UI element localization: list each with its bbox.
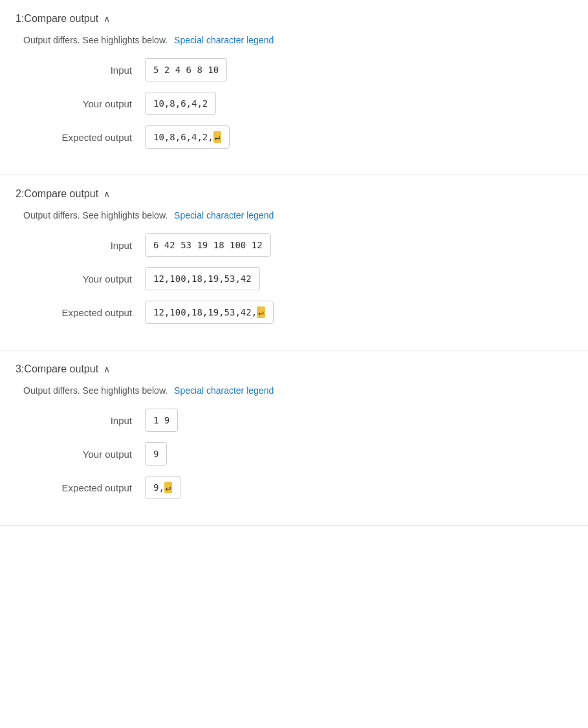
your-output-row-1: Your output 10,8,6,4,2 [16, 92, 572, 115]
special-char-legend-link-3[interactable]: Special character legend [174, 385, 274, 396]
diff-text-2: Output differs. See highlights below. [23, 210, 168, 220]
input-row-1: Input 5 2 4 6 8 10 [16, 58, 572, 81]
expected-output-row-1: Expected output 10,8,6,4,2,↵ [16, 125, 572, 149]
expected-output-row-3: Expected output 9,↵ [16, 476, 572, 499]
your-output-row-3: Your output 9 [16, 442, 572, 466]
expected-output-label-3: Expected output [41, 482, 145, 493]
your-output-value-3: 9 [145, 442, 167, 466]
your-output-label-2: Your output [41, 273, 145, 284]
input-value-3: 1 9 [145, 409, 178, 432]
chevron-up-icon: ∧ [103, 364, 110, 374]
chevron-up-icon: ∧ [103, 189, 110, 199]
input-label-2: Input [41, 240, 145, 251]
input-label-3: Input [41, 415, 145, 426]
section-header-2: 2:Compare output ∧ [16, 188, 572, 200]
expected-output-label-2: Expected output [41, 307, 145, 318]
your-output-row-2: Your output 12,100,18,19,53,42 [16, 267, 572, 290]
diff-text-1: Output differs. See highlights below. [23, 35, 168, 45]
expected-output-row-2: Expected output 12,100,18,19,53,42,↵ [16, 301, 572, 324]
section-header-3: 3:Compare output ∧ [16, 363, 572, 375]
expected-output-value-3: 9,↵ [145, 476, 180, 499]
input-row-3: Input 1 9 [16, 409, 572, 432]
your-output-value-1: 10,8,6,4,2 [145, 92, 216, 115]
highlight-newline-3: ↵ [164, 482, 172, 493]
highlight-newline-1: ↵ [213, 131, 221, 143]
highlight-newline-2: ↵ [257, 306, 265, 318]
expected-output-value-1: 10,8,6,4,2,↵ [145, 125, 230, 149]
section-header-1: 1:Compare output ∧ [16, 13, 572, 25]
expected-output-label-1: Expected output [41, 132, 145, 143]
special-char-legend-link-2[interactable]: Special character legend [174, 210, 274, 220]
expected-output-value-2: 12,100,18,19,53,42,↵ [145, 301, 274, 324]
input-label-1: Input [41, 65, 145, 76]
section-title-3: 3:Compare output [16, 363, 98, 375]
section-title-1: 1:Compare output [16, 13, 98, 25]
your-output-label-3: Your output [41, 449, 145, 460]
chevron-up-icon: ∧ [103, 14, 110, 24]
input-value-1: 5 2 4 6 8 10 [145, 58, 227, 81]
section-2: 2:Compare output ∧Output differs. See hi… [0, 175, 588, 350]
diff-notice-1: Output differs. See highlights below. Sp… [16, 35, 572, 45]
special-char-legend-link-1[interactable]: Special character legend [174, 35, 274, 45]
diff-notice-3: Output differs. See highlights below. Sp… [16, 385, 572, 396]
your-output-label-1: Your output [41, 98, 145, 109]
section-3: 3:Compare output ∧Output differs. See hi… [0, 350, 588, 526]
section-1: 1:Compare output ∧Output differs. See hi… [0, 0, 588, 175]
input-row-2: Input 6 42 53 19 18 100 12 [16, 233, 572, 257]
section-title-2: 2:Compare output [16, 188, 98, 200]
diff-text-3: Output differs. See highlights below. [23, 385, 168, 396]
diff-notice-2: Output differs. See highlights below. Sp… [16, 210, 572, 220]
your-output-value-2: 12,100,18,19,53,42 [145, 267, 260, 290]
input-value-2: 6 42 53 19 18 100 12 [145, 233, 271, 257]
